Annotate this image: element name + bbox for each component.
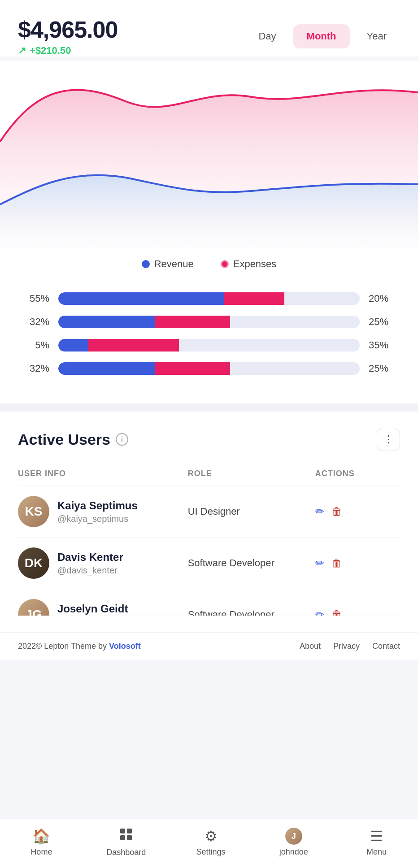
table-row: DK Davis Kenter @davis_kenter Software D…: [18, 538, 400, 589]
nav-settings[interactable]: ⚙ Settings: [193, 828, 229, 857]
col-role: ROLE: [188, 469, 315, 478]
bar-right-label-4: 25%: [369, 363, 400, 374]
bar-section: 55% 20% 32% 25% 5% 35% 32%: [0, 283, 418, 404]
bar-row-3: 5% 35%: [18, 339, 400, 352]
svg-rect-3: [127, 835, 132, 840]
delete-button-2[interactable]: 🗑: [331, 557, 342, 569]
expenses-dot: [221, 260, 229, 268]
table-row: KS Kaiya Septimus @kaiya_septimus UI Des…: [18, 486, 400, 538]
user-name-1: Kaiya Septimus: [57, 499, 138, 512]
section-divider: [0, 404, 418, 412]
edit-button-1[interactable]: ✏: [315, 505, 324, 518]
bar-pink-2: [155, 316, 230, 328]
user-role-3: Software Developer: [188, 609, 315, 616]
action-btns-2: ✏ 🗑: [315, 557, 400, 569]
delete-button-1[interactable]: 🗑: [331, 505, 342, 518]
user-role-1: UI Designer: [188, 506, 315, 517]
svg-rect-1: [127, 829, 132, 833]
col-user-info: USER INFO: [18, 469, 188, 478]
nav-menu[interactable]: ☰ Menu: [359, 828, 395, 857]
bar-blue-2: [58, 316, 155, 328]
user-handle-1: @kaiya_septimus: [57, 514, 138, 524]
bar-row-4: 32% 25%: [18, 362, 400, 375]
col-actions: ACTIONS: [315, 469, 400, 478]
table-header: USER INFO ROLE ACTIONS: [18, 464, 400, 486]
users-title-group: Active Users i: [18, 431, 128, 448]
arrow-up-icon: ↗: [18, 45, 26, 56]
footer-contact-link[interactable]: Contact: [372, 642, 400, 651]
chart-area: [0, 61, 418, 249]
settings-icon: ⚙: [205, 828, 218, 845]
user-name-3: Joselyn Geidt: [57, 603, 128, 615]
footer-about-link[interactable]: About: [300, 642, 321, 651]
main-amount: $4,965.00: [18, 16, 118, 43]
nav-dashboard-label: Dashboard: [106, 848, 146, 857]
avatar: JG: [18, 599, 49, 616]
nav-profile-label: johndoe: [279, 847, 308, 857]
bottom-nav: 🏠 Home Dashboard ⚙ Settings J johndoe ☰ …: [0, 819, 418, 868]
avatar: KS: [18, 496, 49, 527]
nav-settings-label: Settings: [196, 847, 225, 857]
user-info-3: JG Joselyn Geidt @joselyn_geidt: [18, 599, 188, 616]
nav-dashboard[interactable]: Dashboard: [106, 827, 146, 857]
bar-blue-3: [58, 339, 88, 352]
svg-rect-2: [120, 835, 125, 840]
expenses-label: Expenses: [233, 258, 277, 270]
svg-rect-0: [120, 829, 125, 833]
bar-right-label-1: 20%: [369, 293, 400, 304]
more-options-button[interactable]: ⋮: [377, 428, 400, 451]
action-btns-1: ✏ 🗑: [315, 505, 400, 518]
bar-row-1: 55% 20%: [18, 292, 400, 305]
month-button[interactable]: Month: [293, 24, 350, 48]
bar-left-label-4: 32%: [18, 363, 49, 374]
bar-track-1: [58, 292, 360, 305]
user-name-block-3: Joselyn Geidt @joselyn_geidt: [57, 603, 128, 616]
user-role-2: Software Developer: [188, 557, 315, 569]
year-button[interactable]: Year: [353, 24, 400, 48]
user-info-1: KS Kaiya Septimus @kaiya_septimus: [18, 496, 188, 527]
user-handle-2: @davis_kenter: [57, 565, 123, 576]
nav-menu-label: Menu: [366, 847, 387, 857]
change-value: +$210.50: [30, 45, 71, 56]
footer-brand: Volosoft: [109, 642, 141, 651]
revenue-label: Revenue: [154, 258, 194, 270]
users-title: Active Users: [18, 431, 110, 448]
time-toggle: Day Month Year: [245, 24, 400, 48]
chart-svg: [0, 61, 418, 249]
bar-pink-1: [224, 292, 284, 305]
expenses-legend: Expenses: [221, 258, 277, 270]
footer-links: About Privacy Contact: [300, 642, 400, 651]
bar-left-label-1: 55%: [18, 293, 49, 304]
bar-track-2: [58, 316, 360, 328]
amount-block: $4,965.00 ↗ +$210.50: [18, 16, 118, 56]
nav-profile[interactable]: J johndoe: [276, 828, 312, 857]
amount-change: ↗ +$210.50: [18, 45, 118, 56]
bar-track-3: [58, 339, 360, 352]
top-section: $4,965.00 ↗ +$210.50 Day Month Year: [0, 0, 418, 56]
bar-pink-3: [88, 339, 179, 352]
table-row: JG Joselyn Geidt @joselyn_geidt Software…: [18, 589, 400, 616]
avatar: DK: [18, 547, 49, 579]
day-button[interactable]: Day: [245, 24, 289, 48]
header-row: $4,965.00 ↗ +$210.50 Day Month Year: [18, 16, 400, 56]
bar-right-label-2: 25%: [369, 316, 400, 328]
revenue-legend: Revenue: [142, 258, 194, 270]
profile-avatar: J: [285, 828, 302, 845]
action-btns-3: ✏ 🗑: [315, 608, 400, 616]
bar-track-4: [58, 362, 360, 375]
bar-right-label-3: 35%: [369, 339, 400, 351]
bar-blue-1: [58, 292, 224, 305]
bar-row-2: 32% 25%: [18, 316, 400, 328]
nav-home[interactable]: 🏠 Home: [23, 828, 59, 857]
footer-copyright: 2022© Lepton Theme by Volosoft: [18, 642, 141, 651]
bar-blue-4: [58, 362, 155, 375]
edit-button-3[interactable]: ✏: [315, 608, 324, 616]
footer-privacy-link[interactable]: Privacy: [333, 642, 360, 651]
bar-pink-4: [155, 362, 230, 375]
revenue-dot: [142, 260, 150, 268]
info-icon: i: [116, 433, 128, 446]
user-info-2: DK Davis Kenter @davis_kenter: [18, 547, 188, 579]
delete-button-3[interactable]: 🗑: [331, 608, 342, 616]
dashboard-icon: [119, 827, 133, 845]
edit-button-2[interactable]: ✏: [315, 557, 324, 569]
